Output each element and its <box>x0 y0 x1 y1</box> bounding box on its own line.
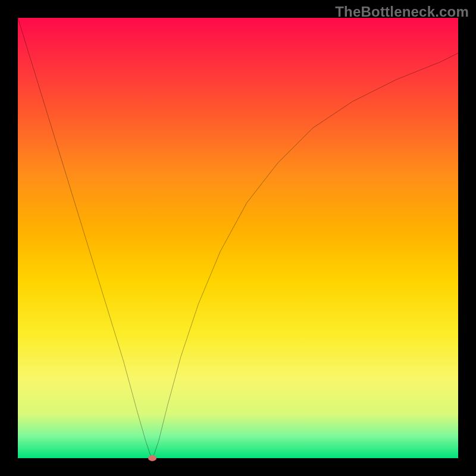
watermark-text: TheBottleneck.com <box>335 4 469 20</box>
chart-frame: TheBottleneck.com <box>0 0 476 476</box>
plot-area <box>18 18 458 458</box>
optimal-point-marker <box>148 455 156 461</box>
bottleneck-curve <box>18 18 458 458</box>
